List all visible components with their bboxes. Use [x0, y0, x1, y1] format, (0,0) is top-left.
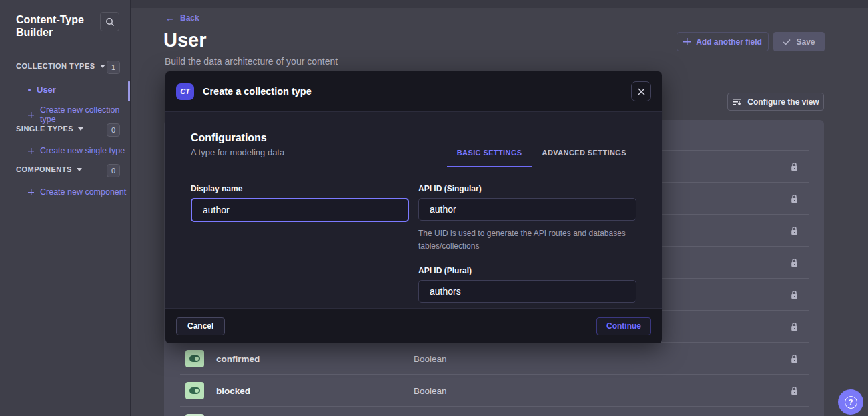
- back-link[interactable]: ← Back: [165, 13, 199, 23]
- configurations-subheading: A type for modeling data: [191, 147, 284, 157]
- search-icon: [105, 17, 115, 27]
- settings-tabs: BASIC SETTINGS ADVANCED SETTINGS: [447, 145, 636, 167]
- lock-icon: [790, 354, 799, 363]
- button-label: Add another field: [696, 37, 762, 47]
- page-title: User: [163, 29, 207, 51]
- lock-icon: [790, 258, 799, 267]
- page-subtitle: Build the data architecture of your cont…: [165, 56, 338, 67]
- plus-icon: [683, 38, 691, 45]
- lock-icon: [790, 226, 799, 235]
- modal-header: CT Create a collection type: [165, 71, 662, 112]
- section-label: COMPONENTS: [16, 165, 72, 173]
- lock-icon: [790, 386, 799, 395]
- tab-basic-settings[interactable]: BASIC SETTINGS: [447, 145, 532, 167]
- continue-button[interactable]: Continue: [596, 317, 651, 335]
- search-button[interactable]: [100, 12, 119, 31]
- section-single-types[interactable]: SINGLE TYPES: [16, 125, 83, 133]
- field-type: Boolean: [414, 386, 447, 396]
- boolean-field-icon: [185, 350, 204, 367]
- sidebar-item-label: User: [37, 85, 56, 95]
- button-label: Configure the view: [747, 97, 819, 107]
- close-button[interactable]: [631, 81, 651, 101]
- field-name: blocked: [216, 386, 250, 396]
- collection-types-count-badge: 1: [107, 61, 120, 74]
- api-id-singular-label: API ID (Singular): [418, 184, 636, 193]
- configure-view-button[interactable]: Configure the view: [727, 93, 824, 111]
- section-collection-types[interactable]: COLLECTION TYPES: [16, 62, 105, 70]
- cancel-button[interactable]: Cancel: [176, 317, 225, 335]
- api-id-singular-input[interactable]: [418, 198, 636, 221]
- table-row-partial[interactable]: [164, 407, 824, 416]
- display-name-input[interactable]: [191, 198, 409, 222]
- field-type: Boolean: [414, 354, 447, 364]
- configurations-heading: Configurations: [191, 132, 284, 144]
- modal-title: Create a collection type: [203, 86, 312, 97]
- lock-icon: [790, 290, 799, 299]
- field-name: confirmed: [216, 354, 260, 364]
- chevron-down-icon: [77, 168, 82, 171]
- lock-icon: [790, 322, 799, 331]
- create-collection-type-modal: CT Create a collection type Configuratio…: [165, 71, 662, 343]
- display-name-group: Display name: [191, 184, 409, 303]
- api-id-plural-input[interactable]: [418, 280, 636, 303]
- check-icon: [783, 39, 791, 45]
- sidebar: Content-Type Builder COLLECTION TYPES 1 …: [0, 0, 131, 416]
- display-name-label: Display name: [191, 184, 409, 193]
- arrow-left-icon: ←: [165, 14, 175, 22]
- chevron-down-icon: [78, 127, 83, 131]
- content-type-badge: CT: [176, 83, 194, 100]
- chevron-down-icon: [100, 65, 105, 68]
- top-band: [131, 0, 868, 8]
- link-label: Create new single type: [40, 146, 125, 155]
- active-item-indicator: [128, 81, 130, 101]
- lock-icon: [790, 162, 799, 171]
- tab-advanced-settings[interactable]: ADVANCED SETTINGS: [532, 145, 636, 167]
- plus-icon: [28, 148, 34, 154]
- close-icon: [638, 88, 645, 95]
- sidebar-divider: [16, 47, 32, 47]
- api-id-group: API ID (Singular) The UID is used to gen…: [418, 184, 636, 303]
- modal-footer: Cancel Continue: [165, 308, 662, 343]
- table-row-blocked[interactable]: blocked Boolean: [164, 375, 824, 407]
- plus-icon: [28, 112, 34, 118]
- app-title: Content-Type Builder: [16, 13, 96, 39]
- add-another-field-button[interactable]: Add another field: [677, 32, 769, 51]
- question-mark-icon: ?: [845, 396, 857, 409]
- table-row-confirmed[interactable]: confirmed Boolean: [164, 343, 824, 375]
- bullet-icon: [28, 89, 31, 91]
- api-id-plural-label: API ID (Plural): [418, 266, 636, 275]
- button-label: Save: [796, 37, 815, 47]
- boolean-field-icon: [185, 382, 204, 399]
- lock-icon: [790, 194, 799, 203]
- sidebar-item-user[interactable]: User: [28, 85, 56, 95]
- help-button[interactable]: ?: [838, 389, 863, 415]
- back-label: Back: [180, 13, 199, 23]
- create-single-type-link[interactable]: Create new single type: [28, 146, 125, 155]
- create-component-link[interactable]: Create new component: [28, 187, 126, 197]
- link-label: Create new collection type: [40, 105, 130, 124]
- save-button[interactable]: Save: [773, 32, 825, 51]
- plus-icon: [28, 189, 34, 195]
- section-label: SINGLE TYPES: [16, 125, 73, 133]
- section-components[interactable]: COMPONENTS: [16, 165, 82, 173]
- single-types-count-badge: 0: [107, 123, 120, 137]
- create-collection-type-link[interactable]: Create new collection type: [28, 105, 130, 124]
- modal-body: Configurations A type for modeling data …: [165, 112, 662, 308]
- link-label: Create new component: [40, 187, 126, 197]
- section-label: COLLECTION TYPES: [16, 62, 95, 70]
- configure-list-icon: [732, 97, 742, 107]
- components-count-badge: 0: [107, 164, 120, 177]
- api-id-hint: The UID is used to generate the API rout…: [418, 227, 636, 252]
